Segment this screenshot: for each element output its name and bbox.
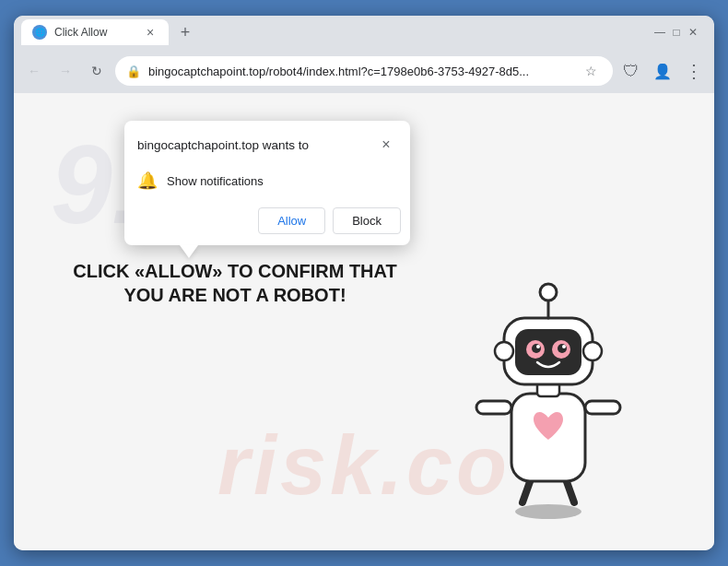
popup-title: bingocaptchapoint.top wants to <box>137 138 309 152</box>
tab-close-button[interactable]: × <box>143 25 158 40</box>
popup-close-button[interactable]: × <box>375 134 397 156</box>
window-controls: — □ ✕ <box>653 26 699 39</box>
svg-point-14 <box>562 345 566 348</box>
tab-title: Click Allow <box>54 26 135 39</box>
svg-point-13 <box>536 345 540 348</box>
svg-point-18 <box>583 342 602 360</box>
close-window-button[interactable]: ✕ <box>687 26 699 39</box>
tab-favicon: 🌐 <box>32 25 47 40</box>
block-button[interactable]: Block <box>333 207 401 234</box>
title-bar: 🌐 Click Allow × + — □ ✕ <box>14 16 714 49</box>
popup-header: bingocaptchapoint.top wants to × <box>124 121 410 163</box>
minimize-button[interactable]: — <box>653 26 666 39</box>
svg-rect-5 <box>585 401 620 414</box>
svg-rect-8 <box>515 329 581 375</box>
bookmark-icon[interactable]: ☆ <box>580 60 602 82</box>
svg-rect-4 <box>476 401 511 414</box>
allow-button[interactable]: Allow <box>258 207 325 234</box>
url-text: bingocaptchapoint.top/robot4/index.html?… <box>148 65 572 78</box>
url-actions: ☆ <box>580 60 602 82</box>
address-bar: ← → ↻ 🔒 bingocaptchapoint.top/robot4/ind… <box>14 49 714 93</box>
popup-notification-item: 🔔 Show notifications <box>124 163 410 204</box>
permission-popup: bingocaptchapoint.top wants to × 🔔 Show … <box>124 121 410 245</box>
lock-icon: 🔒 <box>126 65 141 78</box>
svg-point-17 <box>495 342 513 360</box>
popup-item-text: Show notifications <box>167 174 264 188</box>
shield-icon: 🛡 <box>618 58 644 84</box>
back-button[interactable]: ← <box>21 58 47 84</box>
url-bar[interactable]: 🔒 bingocaptchapoint.top/robot4/index.htm… <box>115 56 613 86</box>
robot-illustration <box>456 265 659 523</box>
profile-button[interactable]: 👤 <box>650 58 675 84</box>
maximize-button[interactable]: □ <box>670 26 683 39</box>
popup-tail <box>180 245 198 258</box>
page-content: 917 risk.co CLICK «ALLOW» TO CONFIRM THA… <box>14 93 714 550</box>
popup-actions: Allow Block <box>124 204 410 245</box>
browser-window: 🌐 Click Allow × + — □ ✕ ← → ↻ 🔒 bingocap… <box>14 16 714 550</box>
svg-point-0 <box>515 504 581 519</box>
tab-bar: 🌐 Click Allow × + <box>21 19 653 45</box>
refresh-button[interactable]: ↻ <box>84 58 110 84</box>
menu-button[interactable]: ⋮ <box>681 58 707 84</box>
svg-point-11 <box>532 344 541 353</box>
svg-point-12 <box>558 344 567 353</box>
page-main-text: CLICK «ALLOW» TO CONFIRM THAT YOU ARE NO… <box>69 259 401 307</box>
svg-point-16 <box>540 284 557 301</box>
forward-button[interactable]: → <box>53 58 78 84</box>
new-tab-button[interactable]: + <box>172 19 198 45</box>
bell-icon: 🔔 <box>137 171 158 191</box>
browser-tab[interactable]: 🌐 Click Allow × <box>21 19 169 45</box>
